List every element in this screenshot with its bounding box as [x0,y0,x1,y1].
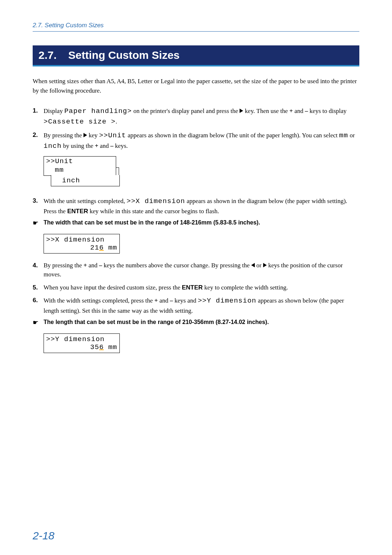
step-4: 4. By pressing the + and – keys the numb… [33,261,359,279]
steps-list: 1. Display Paper handling> on the printe… [33,106,359,353]
step-text: By pressing the key >>Unit appears as sh… [44,130,359,151]
lcd-display-x: >>X dimension 216 mm [44,234,120,254]
left-arrow-icon [251,263,255,267]
step-number: 5. [33,283,44,292]
step-1: 1. Display Paper handling> on the printe… [33,106,359,127]
pointing-hand-icon: ☛ [33,219,44,227]
note-text: The length that can be set must be in th… [44,319,359,327]
step-text: By pressing the + and – keys the numbers… [44,261,359,279]
lcd-unit-top: >>Unit mm [44,156,116,176]
step-3: 3. With the unit settings completed, >>X… [33,196,359,216]
step-5: 5. When you have input the desired custo… [33,283,359,292]
step-number: 2. [33,130,44,151]
right-arrow-icon [263,263,267,267]
step-number: 3. [33,196,44,216]
step-2: 2. By pressing the key >>Unit appears as… [33,130,359,151]
note-length: ☛ The length that can be set must be in … [33,319,359,327]
lcd-value: 356 mm [46,343,117,351]
page-number: 2-18 [33,530,54,542]
step-text: With the width settings completed, press… [44,296,359,315]
intro-paragraph: When setting sizes other than A5, A4, B5… [33,77,359,95]
lcd-line: mm [46,166,114,175]
section-title: Setting Custom Sizes [68,49,180,61]
note-width: ☛ The width that can be set must be in t… [33,219,359,227]
right-arrow-icon [240,109,243,113]
step-text: Display Paper handling> on the printer's… [44,106,359,127]
step-text: When you have input the desired custom s… [44,283,359,292]
step-number: 1. [33,106,44,127]
breadcrumb: 2.7. Setting Custom Sizes [33,22,359,32]
lcd-display-unit: >>Unit mm inch [44,156,127,186]
pointing-hand-icon: ☛ [33,319,44,327]
step-number: 6. [33,296,44,315]
lcd-unit-bottom: inch [51,175,120,186]
note-text: The width that can be set must be in the… [44,219,359,227]
lcd-value: 216 mm [46,244,117,252]
step-6: 6. With the width settings completed, pr… [33,296,359,315]
section-number: 2.7. [38,49,57,61]
lcd-line: >>Unit [46,157,114,166]
step-text: With the unit settings completed, >>X di… [44,196,359,216]
right-arrow-icon [83,133,87,137]
step-number: 4. [33,261,44,279]
section-title-bar: 2.7. Setting Custom Sizes [33,45,359,66]
lcd-line: >>Y dimension [46,335,117,343]
lcd-line: >>X dimension [46,236,117,244]
lcd-display-y: >>Y dimension 356 mm [44,333,120,353]
